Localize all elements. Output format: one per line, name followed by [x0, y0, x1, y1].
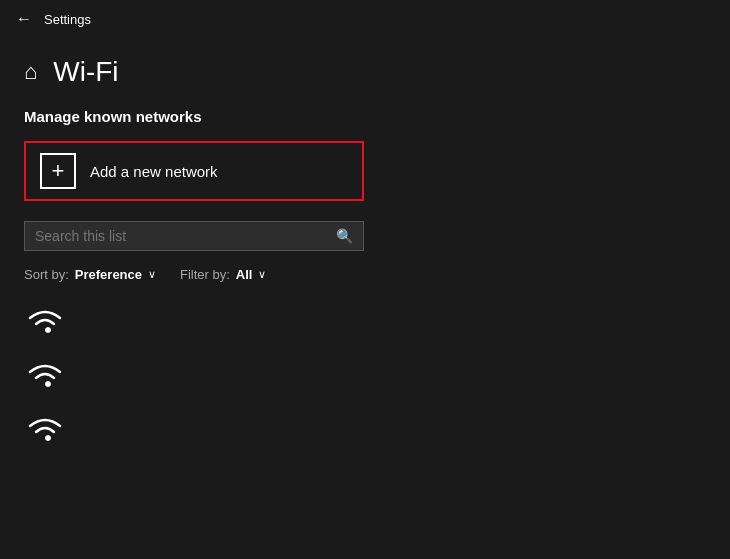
list-item[interactable]	[24, 410, 706, 450]
filter-prefix: Filter by:	[180, 267, 230, 282]
list-item[interactable]	[24, 302, 706, 342]
back-button[interactable]: ←	[16, 10, 32, 28]
wifi-icon	[24, 410, 66, 446]
titlebar-title: Settings	[44, 12, 91, 27]
sort-prefix: Sort by:	[24, 267, 69, 282]
titlebar: ← Settings	[0, 0, 730, 38]
page-header: ⌂ Wi-Fi	[0, 38, 730, 98]
sort-chevron-icon: ∨	[148, 268, 156, 281]
section-title: Manage known networks	[24, 108, 706, 125]
search-container: 🔍	[24, 221, 364, 251]
add-network-plus-icon: +	[40, 153, 76, 189]
list-item[interactable]	[24, 356, 706, 396]
page-title: Wi-Fi	[53, 56, 118, 88]
add-network-label: Add a new network	[90, 163, 218, 180]
filter-bar: Sort by: Preference ∨ Filter by: All ∨	[24, 267, 706, 282]
wifi-icon	[24, 302, 66, 338]
filter-value: All	[236, 267, 253, 282]
search-input[interactable]	[35, 228, 336, 244]
home-icon: ⌂	[24, 59, 37, 85]
search-icon: 🔍	[336, 228, 353, 244]
network-list	[24, 302, 706, 450]
filter-chevron-icon: ∨	[258, 268, 266, 281]
wifi-icon	[24, 356, 66, 392]
content-area: Manage known networks + Add a new networ…	[0, 98, 730, 460]
filter-control[interactable]: Filter by: All ∨	[180, 267, 266, 282]
sort-control[interactable]: Sort by: Preference ∨	[24, 267, 156, 282]
add-network-button[interactable]: + Add a new network	[24, 141, 364, 201]
sort-value: Preference	[75, 267, 142, 282]
